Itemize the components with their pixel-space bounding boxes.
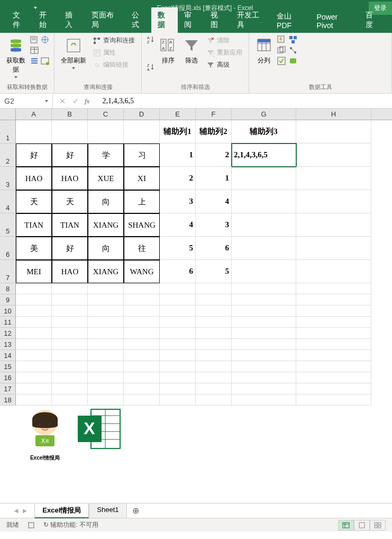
cell[interactable]: 辅助列3 (232, 120, 296, 143)
relationships-icon[interactable] (288, 46, 298, 55)
get-data-button[interactable]: 获取数 据 (4, 35, 28, 80)
cell[interactable] (88, 361, 124, 372)
cell[interactable] (52, 294, 88, 306)
ribbon-tab-4[interactable]: 公式 (125, 7, 152, 33)
advanced-filter-button[interactable]: 高级 (204, 59, 244, 70)
cell[interactable] (124, 339, 160, 350)
cell[interactable] (296, 143, 371, 167)
ribbon-tab-10[interactable]: Power Pivot (311, 10, 360, 33)
cell[interactable] (88, 328, 124, 339)
cell[interactable]: 美 (16, 237, 52, 260)
page-break-view-button[interactable] (370, 520, 386, 531)
column-header[interactable]: D (124, 109, 160, 120)
cell[interactable]: 1 (196, 167, 232, 190)
cell[interactable] (296, 120, 371, 143)
cell[interactable] (88, 120, 124, 143)
cell[interactable] (16, 306, 52, 317)
cell[interactable] (52, 306, 88, 317)
cell[interactable] (124, 372, 160, 383)
cell[interactable] (52, 120, 88, 143)
cell[interactable] (16, 328, 52, 339)
cell[interactable] (52, 350, 88, 361)
cell[interactable] (124, 383, 160, 394)
row-header[interactable]: 14 (0, 350, 16, 361)
cell[interactable] (124, 328, 160, 339)
row-header[interactable]: 13 (0, 339, 16, 350)
cell[interactable] (232, 372, 296, 383)
formula-bar[interactable]: 2,1,4,3,6,5 (96, 97, 392, 105)
cell[interactable] (232, 237, 296, 260)
cell[interactable] (296, 294, 371, 306)
cell[interactable] (232, 260, 296, 283)
cell[interactable] (296, 213, 371, 237)
cell[interactable]: 3 (160, 190, 196, 213)
cell[interactable]: XUE (88, 167, 124, 190)
cell[interactable]: 5 (160, 237, 196, 260)
sheet-tab[interactable]: Excel情报局 (34, 504, 89, 518)
cell[interactable] (196, 383, 232, 394)
cell[interactable] (296, 260, 371, 283)
cell[interactable] (196, 339, 232, 350)
cell[interactable] (196, 361, 232, 372)
ribbon-tab-8[interactable]: 开发工具 (231, 7, 270, 33)
sort-asc-icon[interactable]: AZ (146, 35, 156, 44)
row-header[interactable]: 3 (0, 167, 16, 190)
cell[interactable] (296, 361, 371, 372)
cell[interactable] (160, 394, 196, 406)
cell[interactable] (232, 350, 296, 361)
row-header[interactable]: 2 (0, 143, 16, 167)
cell[interactable] (196, 328, 232, 339)
cell[interactable]: 学 (88, 143, 124, 167)
cell[interactable] (160, 328, 196, 339)
select-all-corner[interactable] (0, 109, 16, 120)
cell[interactable] (52, 339, 88, 350)
cell[interactable] (124, 306, 160, 317)
cell[interactable] (16, 339, 52, 350)
cell[interactable] (160, 383, 196, 394)
cell[interactable] (296, 328, 371, 339)
cell[interactable] (16, 283, 52, 294)
row-header[interactable]: 18 (0, 394, 16, 406)
remove-dup-icon[interactable] (277, 46, 286, 55)
cell[interactable] (196, 283, 232, 294)
cell[interactable] (196, 294, 232, 306)
ribbon-tab-9[interactable]: 金山PDF (270, 8, 310, 33)
cell[interactable] (296, 372, 371, 383)
ribbon-tab-7[interactable]: 视图 (204, 7, 231, 33)
cell[interactable]: 辅助列2 (196, 120, 232, 143)
cell[interactable] (160, 361, 196, 372)
cell[interactable] (88, 339, 124, 350)
cancel-icon[interactable] (59, 98, 66, 104)
from-text-icon[interactable] (30, 35, 39, 44)
cell[interactable] (124, 317, 160, 328)
row-header[interactable]: 11 (0, 317, 16, 328)
cell[interactable] (52, 372, 88, 383)
cell[interactable] (88, 383, 124, 394)
cell[interactable] (232, 339, 296, 350)
fx-icon[interactable]: fx (85, 97, 89, 105)
cell[interactable] (296, 383, 371, 394)
cell[interactable] (160, 317, 196, 328)
sheet-tab[interactable]: Sheet1 (89, 504, 126, 518)
cell[interactable] (296, 317, 371, 328)
row-header[interactable]: 16 (0, 372, 16, 383)
cell[interactable]: 辅助列1 (160, 120, 196, 143)
cell[interactable]: TIAN (16, 213, 52, 237)
cell[interactable] (232, 361, 296, 372)
cell[interactable] (88, 394, 124, 406)
queries-connections-button[interactable]: 查询和连接 (90, 35, 137, 46)
cell[interactable]: 2 (160, 167, 196, 190)
cell[interactable]: XIANG (88, 213, 124, 237)
cell[interactable]: 好 (16, 143, 52, 167)
cell[interactable] (88, 317, 124, 328)
cell[interactable] (232, 306, 296, 317)
cell[interactable] (232, 328, 296, 339)
cell[interactable]: 好 (52, 143, 88, 167)
ribbon-tab-11[interactable]: 百度 (359, 7, 386, 33)
cell[interactable] (160, 350, 196, 361)
name-box[interactable]: G2 (0, 94, 53, 108)
cell[interactable]: 向 (88, 237, 124, 260)
cell[interactable]: 2,1,4,3,6,5 (232, 143, 296, 167)
cell[interactable] (196, 306, 232, 317)
existing-conn-icon[interactable] (40, 56, 50, 66)
